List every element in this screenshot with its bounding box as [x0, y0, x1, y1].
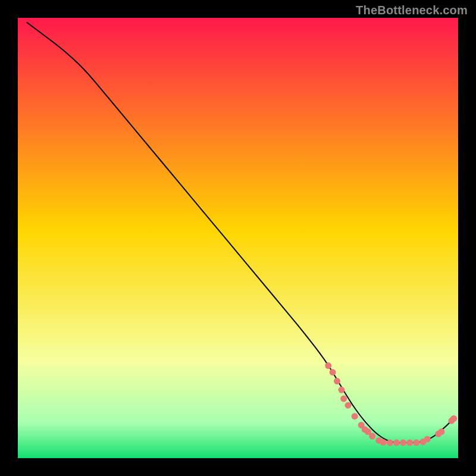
data-marker: [369, 433, 375, 440]
watermark-text: TheBottleneck.com: [356, 4, 468, 17]
data-marker: [325, 362, 331, 369]
gradient-background: [18, 18, 458, 458]
data-marker: [340, 396, 347, 402]
data-marker: [450, 415, 457, 422]
data-marker: [413, 440, 419, 446]
data-marker: [352, 413, 358, 419]
data-marker: [345, 402, 352, 409]
data-marker: [424, 436, 431, 443]
data-marker: [438, 428, 444, 435]
data-marker: [393, 440, 400, 446]
data-marker: [387, 440, 393, 446]
data-marker: [380, 439, 387, 446]
data-marker: [400, 440, 406, 446]
plot-area: [18, 18, 458, 458]
data-marker: [406, 440, 413, 446]
data-marker: [338, 387, 345, 393]
data-marker: [334, 378, 340, 384]
data-marker: [330, 369, 336, 375]
chart-stage: TheBottleneck.com: [0, 0, 476, 476]
chart-svg: [18, 18, 458, 458]
